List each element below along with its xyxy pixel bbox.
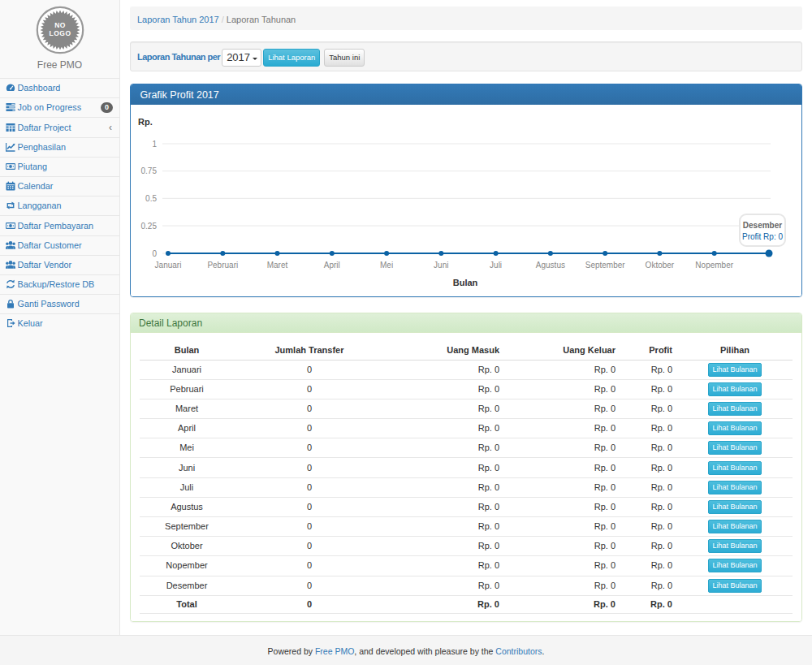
svg-text:September: September — [585, 261, 626, 270]
svg-text:1: 1 — [152, 140, 157, 149]
svg-text:Januari: Januari — [155, 261, 182, 270]
svg-text:Juli: Juli — [490, 261, 502, 270]
svg-text:Rp.: Rp. — [138, 117, 153, 127]
svg-text:0: 0 — [152, 249, 157, 258]
svg-text:0.5: 0.5 — [145, 194, 157, 203]
svg-text:Oktober: Oktober — [646, 261, 675, 270]
svg-text:Bulan: Bulan — [453, 278, 478, 287]
svg-text:0.75: 0.75 — [141, 166, 158, 175]
svg-text:Juni: Juni — [434, 261, 448, 270]
svg-text:April: April — [324, 261, 340, 270]
svg-text:Nopember: Nopember — [695, 261, 733, 270]
svg-text:Profit Rp: 0: Profit Rp: 0 — [742, 232, 783, 241]
svg-text:Desember: Desember — [743, 221, 782, 230]
svg-text:Agustus: Agustus — [536, 261, 565, 270]
svg-text:LOGO: LOGO — [49, 29, 71, 37]
svg-text:NO: NO — [54, 21, 66, 29]
svg-text:Maret: Maret — [267, 261, 288, 270]
svg-text:Pebruari: Pebruari — [207, 261, 238, 270]
svg-text:Mei: Mei — [380, 261, 393, 270]
svg-text:0.25: 0.25 — [141, 222, 158, 231]
